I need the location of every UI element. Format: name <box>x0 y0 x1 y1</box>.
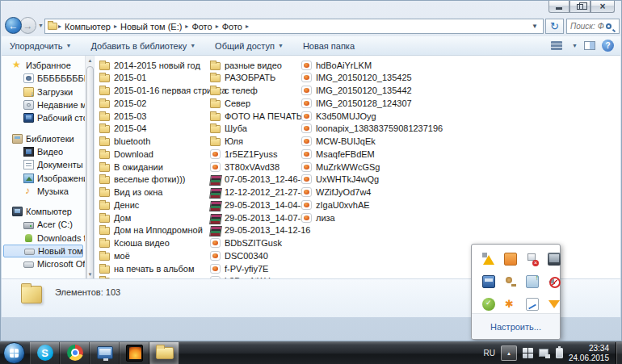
file-item[interactable]: BDbSZITGusk <box>210 237 282 249</box>
scroll-down-icon[interactable]: ▼ <box>86 270 95 278</box>
file-item[interactable]: 3T80xVAvd38 <box>210 161 279 173</box>
file-item[interactable]: моё <box>99 249 130 261</box>
file-item[interactable]: Денис <box>99 199 139 211</box>
help-icon[interactable]: ? <box>602 40 614 52</box>
photo-export-icon[interactable] <box>526 275 539 288</box>
warning-icon[interactable] <box>482 253 495 266</box>
refresh-button[interactable]: ↻ <box>545 19 564 34</box>
file-item[interactable]: IMG_20150120_135425 <box>301 72 412 84</box>
restore-button[interactable] <box>569 1 590 13</box>
file-item[interactable]: bluetooth <box>99 136 150 148</box>
orange-wedge-icon[interactable] <box>548 298 561 311</box>
remote-desktop-taskbar-button[interactable] <box>90 342 120 364</box>
file-item[interactable]: ФОТО НА ПЕЧАТЬ <box>210 110 302 122</box>
sidebar-item[interactable]: Downloads for A <box>2 232 85 245</box>
file-item[interactable]: WZifJyOd7w4 <box>301 186 371 199</box>
file-item[interactable]: loonapix_138383759081237196 <box>301 123 443 135</box>
sidebar-item[interactable]: Видео <box>2 145 85 158</box>
sidebar-item[interactable]: Microsoft Office <box>2 257 85 270</box>
file-item[interactable]: Шуба <box>210 123 247 135</box>
orange-folder-icon[interactable] <box>504 253 517 266</box>
back-button[interactable]: ← <box>5 17 22 34</box>
file-item[interactable]: 29-05-2013_14-07-57 <box>210 211 310 224</box>
sidebar-item[interactable]: Acer (C:) <box>2 218 85 231</box>
file-item[interactable]: MuZrkWWcGSg <box>301 161 380 173</box>
file-item[interactable]: 2015-02 <box>99 97 146 109</box>
file-item[interactable]: с телеф <box>210 85 258 97</box>
views-dropdown-icon[interactable]: ▼ <box>572 43 578 48</box>
sidebar-item[interactable]: Библиотеки <box>2 132 85 144</box>
skype-taskbar-button[interactable]: S <box>30 342 60 364</box>
file-item[interactable]: лиза <box>301 211 335 224</box>
file-item[interactable]: UxWHTkJ4wQg <box>301 174 379 186</box>
notes-pen-icon[interactable] <box>526 298 539 311</box>
file-item[interactable]: веселые фотки))) <box>99 174 186 186</box>
file-item[interactable]: IMG_20150120_135442 <box>301 85 412 97</box>
address-bar[interactable]: ▸Компьютер▸Новый том (E:)▸Фото▸Фото▸ ▼ <box>44 19 544 34</box>
disc-burner-taskbar-button[interactable] <box>120 342 149 364</box>
file-item[interactable]: Ксюша видео <box>99 237 170 249</box>
keys-icon[interactable] <box>504 275 517 288</box>
show-hidden-icons-button[interactable]: ▲ <box>501 345 517 361</box>
minimize-button[interactable] <box>548 1 569 13</box>
file-item[interactable]: В ожидании <box>99 161 163 173</box>
flag-error-icon[interactable] <box>526 253 539 266</box>
blue-device-icon[interactable] <box>482 275 495 288</box>
file-item[interactable]: Дом <box>99 211 131 224</box>
file-item[interactable]: разные видео <box>210 59 282 71</box>
scrollbar-thumb[interactable] <box>86 66 94 284</box>
clock[interactable]: 23:34 24.06.2015 <box>569 344 612 363</box>
start-button[interactable] <box>3 342 25 364</box>
sidebar-item[interactable]: Компьютер <box>2 205 85 218</box>
new-folder-button[interactable]: Новая папка <box>303 41 355 51</box>
file-item[interactable]: zIgaU0xvhAE <box>301 199 370 211</box>
file-item[interactable]: 2015-04 <box>99 123 146 135</box>
file-item[interactable]: РАЗОБРАТЬ <box>210 72 275 84</box>
sidebar-item[interactable]: Изображения <box>2 171 85 184</box>
address-dropdown-icon[interactable]: ▼ <box>529 23 540 30</box>
flower-orange-icon[interactable] <box>504 298 517 311</box>
file-item[interactable]: MsaqfeFBdEM <box>301 148 375 160</box>
sidebar-item[interactable]: Новый том (E:) <box>3 245 83 257</box>
sidebar-item[interactable]: БББББББББББЮ <box>2 72 85 85</box>
scroll-up-icon[interactable]: ▲ <box>86 56 95 65</box>
search-input[interactable] <box>569 21 606 31</box>
file-item[interactable]: 2015-03 <box>99 110 146 122</box>
language-indicator[interactable]: RU <box>483 349 494 358</box>
file-item[interactable]: IMG_20150128_124307 <box>301 97 412 109</box>
file-item[interactable]: 2014-2015 новый год <box>99 59 200 71</box>
file-item[interactable]: Вид из окна <box>99 186 162 199</box>
breadcrumb-item[interactable]: Новый том (E:) <box>118 22 184 31</box>
preview-pane-icon[interactable] <box>584 41 595 50</box>
sidebar-item[interactable]: Загрузки <box>2 86 85 98</box>
file-item[interactable]: hdBoAiYrLKM <box>301 59 372 71</box>
file-item[interactable]: Север <box>210 97 250 109</box>
file-item[interactable]: Download <box>99 148 153 160</box>
sidebar-item[interactable]: Недавние места <box>2 98 85 111</box>
chat-green-icon[interactable] <box>482 298 495 311</box>
add-to-library-button[interactable]: Добавить в библиотеку▼ <box>90 41 195 51</box>
sidebar-scrollbar[interactable]: ▲ ▼ <box>85 56 94 278</box>
chrome-taskbar-button[interactable] <box>60 342 90 364</box>
file-item[interactable]: Дом на Ипподромной <box>99 224 203 236</box>
file-item[interactable]: DSC00340 <box>210 249 268 261</box>
sidebar-item[interactable]: Избранное <box>2 59 85 72</box>
show-desktop-button[interactable] <box>616 342 622 364</box>
sidebar-item[interactable]: Музыка <box>2 185 85 198</box>
file-item[interactable]: Юля <box>210 136 243 148</box>
file-item[interactable]: 2015-01-16 первая стрижка <box>99 85 227 97</box>
file-item[interactable]: 07-05-2013_12-46-16 <box>210 174 310 186</box>
file-item[interactable]: на печать в альбом <box>99 262 195 274</box>
forward-button[interactable]: → <box>19 17 36 34</box>
organize-button[interactable]: Упорядочить▼ <box>10 41 71 51</box>
breadcrumb-item[interactable]: Фото <box>189 22 214 31</box>
file-item[interactable]: 1r5EZ1Fyuss <box>210 148 277 160</box>
views-icon[interactable] <box>551 41 562 50</box>
display-icon[interactable] <box>548 253 561 266</box>
action-center-icon[interactable] <box>523 348 533 358</box>
breadcrumb-item[interactable]: Фото <box>220 22 245 31</box>
file-item[interactable]: 2015-01 <box>99 72 146 84</box>
file-item[interactable]: MCW-BUIJqEk <box>301 136 376 148</box>
file-item[interactable]: K3d50MUJOyg <box>301 110 376 122</box>
customize-link[interactable]: Настроить... <box>490 322 541 332</box>
